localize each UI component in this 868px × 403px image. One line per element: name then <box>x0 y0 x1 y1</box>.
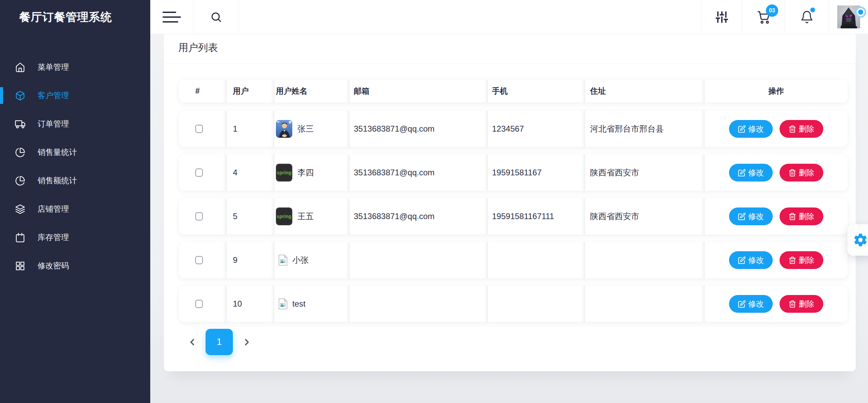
pie-chart-icon <box>15 176 25 186</box>
cell-actions: 修改 删除 <box>705 198 848 234</box>
user-photo-avatar <box>278 298 288 310</box>
next-page-button[interactable] <box>241 336 253 348</box>
cell-phone: 19591581167 <box>488 155 585 191</box>
sidebar-item-order-manage[interactable]: 订单管理 <box>0 110 150 138</box>
row-checkbox[interactable] <box>195 125 203 133</box>
cart-badge: 03 <box>766 4 778 17</box>
notification-dot <box>810 8 815 12</box>
cell-address: 河北省邢台市邢台县 <box>585 111 705 147</box>
trash-icon <box>788 300 796 308</box>
cell-actions: 修改 删除 <box>705 155 848 191</box>
user-photo-avatar <box>278 254 288 266</box>
panel-divider <box>164 64 856 64</box>
table-header-row: # 用户 用户姓名 邮箱 手机 住址 操作 <box>179 80 848 103</box>
calendar-icon <box>15 232 25 243</box>
home-icon <box>15 62 25 72</box>
cell-username: spring 李四 <box>275 155 350 191</box>
cell-user-id: 10 <box>227 286 275 322</box>
trash-icon <box>788 125 796 133</box>
sidebar-item-label: 菜单管理 <box>38 62 69 72</box>
grid-icon <box>15 261 25 271</box>
cell-email: 3513683871@qq.com <box>350 198 488 234</box>
hamburger-icon <box>163 8 181 26</box>
user-menu-button[interactable] <box>829 0 868 34</box>
table-row: 10 test 修改 <box>179 286 848 322</box>
sidebar-item-menu-manage[interactable]: 菜单管理 <box>0 53 150 81</box>
cell-email <box>350 286 488 322</box>
chevron-left-icon <box>187 337 197 347</box>
edit-button[interactable]: 修改 <box>729 251 773 269</box>
main-content: 用户列表 # 用户 用户姓名 邮箱 手机 住址 操作 1 <box>150 34 868 403</box>
row-checkbox[interactable] <box>195 169 203 177</box>
cell-actions: 修改 删除 <box>705 286 848 322</box>
row-checkbox[interactable] <box>195 300 203 308</box>
notifications-button[interactable] <box>785 0 829 34</box>
edit-icon <box>738 300 746 308</box>
search-icon <box>210 11 222 23</box>
theme-settings-button[interactable] <box>848 224 868 256</box>
cell-user-id: 9 <box>227 242 275 278</box>
sliders-icon <box>715 10 729 24</box>
edit-button[interactable]: 修改 <box>729 207 773 225</box>
column-header-email: 邮箱 <box>350 80 488 103</box>
page-number-button[interactable]: 1 <box>206 329 233 355</box>
sidebar-item-change-password[interactable]: 修改密码 <box>0 252 150 280</box>
cell-actions: 修改 删除 <box>705 242 848 278</box>
gear-icon <box>853 232 868 248</box>
sidebar-item-label: 销售额统计 <box>38 175 77 186</box>
delete-button[interactable]: 删除 <box>780 295 823 313</box>
cart-button[interactable]: 03 <box>742 0 785 34</box>
trash-icon <box>788 256 796 264</box>
page-title: 用户列表 <box>178 41 218 55</box>
bell-icon <box>800 10 814 24</box>
sidebar-item-sales-volume[interactable]: 销售量统计 <box>0 138 150 166</box>
search-button[interactable] <box>193 0 239 34</box>
settings-sliders-button[interactable] <box>701 0 742 34</box>
app-title: 餐厅订餐管理系统 <box>0 0 150 34</box>
broken-image-icon <box>278 298 288 310</box>
cell-email: 3513683871@qq.com <box>350 155 488 191</box>
menu-toggle-button[interactable] <box>150 0 193 34</box>
user-list-panel: 用户列表 # 用户 用户姓名 邮箱 手机 住址 操作 1 <box>164 34 856 371</box>
user-name: 李四 <box>297 167 314 178</box>
column-header-phone: 手机 <box>488 80 585 103</box>
cell-phone: 19591581167111 <box>488 198 585 234</box>
sidebar: 餐厅订餐管理系统 菜单管理 客户管理 订单管理 销售量统计 <box>0 0 150 403</box>
sidebar-item-customer-manage[interactable]: 客户管理 <box>0 81 150 110</box>
edit-button[interactable]: 修改 <box>729 295 773 313</box>
table-row: 1 <box>179 111 848 147</box>
delete-button[interactable]: 删除 <box>780 207 823 225</box>
sidebar-item-inventory-manage[interactable]: 库存管理 <box>0 223 150 252</box>
sidebar-nav: 菜单管理 客户管理 订单管理 销售量统计 销售额统计 <box>0 53 150 280</box>
edit-icon <box>738 169 746 177</box>
truck-icon <box>15 119 25 129</box>
top-header: 03 <box>150 0 868 34</box>
edit-button[interactable]: 修改 <box>729 120 773 138</box>
cell-email: 3513683871@qq.com <box>350 111 488 147</box>
user-name: 张三 <box>297 123 314 134</box>
sidebar-item-sales-amount[interactable]: 销售额统计 <box>0 166 150 195</box>
sidebar-item-shop-manage[interactable]: 店铺管理 <box>0 195 150 223</box>
user-photo-avatar <box>276 120 292 138</box>
online-status-dot <box>855 6 866 18</box>
delete-button[interactable]: 删除 <box>780 251 823 269</box>
row-checkbox[interactable] <box>195 212 203 220</box>
column-header-username: 用户姓名 <box>275 80 350 103</box>
previous-page-button[interactable] <box>186 336 198 348</box>
user-photo-avatar: spring <box>276 164 292 182</box>
edit-button[interactable]: 修改 <box>729 164 773 182</box>
delete-button[interactable]: 删除 <box>780 164 823 182</box>
edit-icon <box>738 256 746 264</box>
cell-username: test <box>275 286 350 322</box>
cell-actions: 修改 删除 <box>705 111 848 147</box>
delete-button[interactable]: 删除 <box>780 120 823 138</box>
row-checkbox[interactable] <box>195 256 203 264</box>
cell-address <box>585 242 705 278</box>
cell-username: 张三 <box>275 111 350 147</box>
edit-icon <box>738 213 746 220</box>
pagination: 1 <box>179 329 253 355</box>
user-photo-avatar: spring <box>276 207 292 225</box>
user-table: # 用户 用户姓名 邮箱 手机 住址 操作 1 <box>179 80 848 330</box>
cell-user-id: 4 <box>227 155 275 191</box>
header-spacer <box>239 0 701 34</box>
